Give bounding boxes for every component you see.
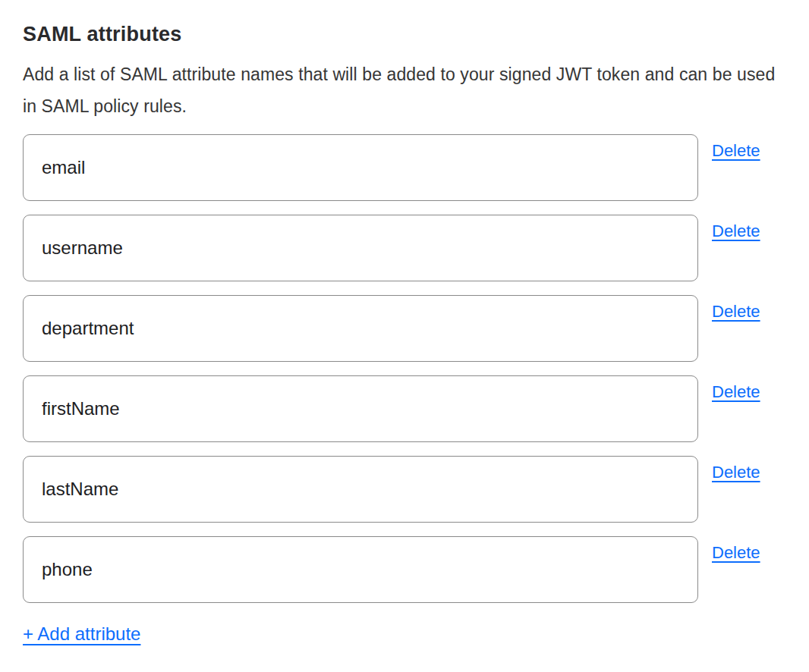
delete-link[interactable]: Delete bbox=[712, 463, 760, 482]
delete-link[interactable]: Delete bbox=[712, 543, 760, 563]
delete-link[interactable]: Delete bbox=[712, 141, 760, 161]
attribute-input[interactable] bbox=[23, 375, 698, 442]
attribute-row: Delete bbox=[23, 456, 809, 523]
attribute-row: Delete bbox=[23, 375, 809, 442]
attribute-list: Delete Delete Delete Delete Delete Delet… bbox=[23, 134, 809, 603]
section-title: SAML attributes bbox=[23, 23, 809, 46]
attribute-row: Delete bbox=[23, 134, 809, 201]
delete-link[interactable]: Delete bbox=[712, 382, 760, 402]
add-attribute-link[interactable]: + Add attribute bbox=[23, 623, 140, 645]
attribute-row: Delete bbox=[23, 536, 809, 603]
delete-link[interactable]: Delete bbox=[712, 221, 760, 241]
saml-attributes-section: SAML attributes Add a list of SAML attri… bbox=[0, 0, 809, 645]
attribute-input[interactable] bbox=[23, 134, 698, 201]
attribute-input[interactable] bbox=[23, 536, 698, 603]
attribute-row: Delete bbox=[23, 295, 809, 362]
attribute-input[interactable] bbox=[23, 295, 698, 362]
delete-link[interactable]: Delete bbox=[712, 302, 760, 322]
attribute-input[interactable] bbox=[23, 215, 698, 281]
attribute-input[interactable] bbox=[23, 456, 698, 523]
section-description: Add a list of SAML attribute names that … bbox=[23, 58, 789, 122]
attribute-row: Delete bbox=[23, 215, 809, 281]
